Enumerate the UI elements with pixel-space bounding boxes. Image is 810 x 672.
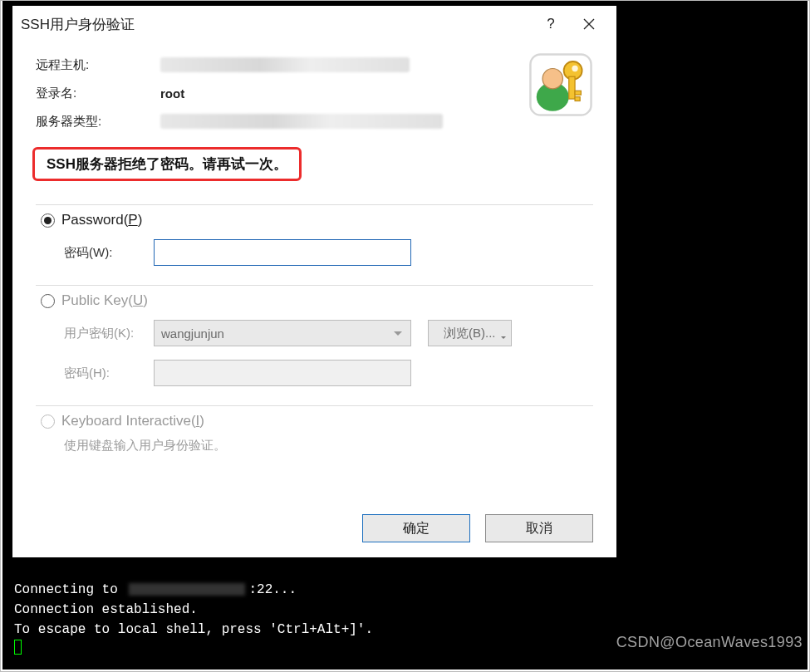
terminal-output: Connecting to :22... Connection establis… (14, 560, 373, 661)
terminal-line-2: Connection established. (14, 602, 198, 617)
keyboard-interactive-radio: Keyboard Interactive(I) (41, 413, 593, 429)
password-radio-label: Password(P) (61, 212, 142, 228)
svg-rect-5 (569, 76, 575, 99)
watermark-text: CSDN@OceanWaves1993 (616, 634, 803, 651)
radio-icon (41, 213, 55, 228)
close-icon (583, 18, 595, 30)
redacted-host (129, 583, 245, 596)
error-message: SSH服务器拒绝了密码。请再试一次。 (47, 156, 287, 172)
server-type-value-redacted (160, 114, 443, 129)
cancel-button[interactable]: 取消 (485, 514, 593, 542)
remote-host-label: 远程主机: (36, 57, 160, 73)
svg-point-2 (542, 69, 562, 89)
svg-point-4 (572, 66, 577, 71)
pubkey-password-input (154, 360, 411, 386)
publickey-radio-label: Public Key(U) (61, 292, 148, 309)
terminal-cursor (14, 640, 22, 655)
publickey-section: Public Key(U) 用户密钥(K): wangjunjun 浏览(B).… (36, 285, 593, 389)
pubkey-password-label: 密码(H): (64, 365, 154, 381)
userkey-label: 用户密钥(K): (64, 326, 154, 341)
dialog-titlebar[interactable]: SSH用户身份验证 ? (12, 6, 616, 44)
terminal-line-1: Connecting to :22... (14, 582, 297, 597)
user-key-icon (528, 52, 593, 117)
ok-button[interactable]: 确定 (362, 514, 470, 542)
radio-icon (41, 414, 55, 429)
password-input[interactable] (154, 239, 411, 266)
error-highlight-box: SSH服务器拒绝了密码。请再试一次。 (32, 147, 302, 181)
login-label: 登录名: (36, 86, 160, 101)
password-field-label: 密码(W): (64, 245, 154, 261)
server-type-label: 服务器类型: (36, 114, 160, 130)
svg-rect-7 (575, 97, 580, 101)
password-section: Password(P) 密码(W): (36, 204, 593, 268)
ssh-auth-dialog: SSH用户身份验证 ? 远程主机: 登录名: root 服务器类型: (12, 6, 616, 557)
remote-host-value-redacted (160, 57, 410, 72)
browse-button: 浏览(B)... (428, 320, 512, 346)
dialog-title: SSH用户身份验证 (21, 15, 532, 34)
keyboard-interactive-desc: 使用键盘输入用户身份验证。 (41, 438, 593, 454)
publickey-radio[interactable]: Public Key(U) (41, 292, 593, 309)
terminal-line-3: To escape to local shell, press 'Ctrl+Al… (14, 622, 373, 637)
dialog-button-row: 确定 取消 (12, 499, 616, 557)
login-value: root (160, 86, 184, 101)
keyboard-interactive-section: Keyboard Interactive(I) 使用键盘输入用户身份验证。 (36, 405, 593, 454)
userkey-dropdown: wangjunjun (154, 320, 411, 346)
keyboard-interactive-label: Keyboard Interactive(I) (61, 413, 204, 429)
close-button[interactable] (570, 11, 608, 37)
help-button[interactable]: ? (532, 11, 570, 37)
password-radio[interactable]: Password(P) (41, 212, 593, 228)
svg-rect-6 (575, 91, 581, 95)
radio-icon (41, 294, 55, 308)
